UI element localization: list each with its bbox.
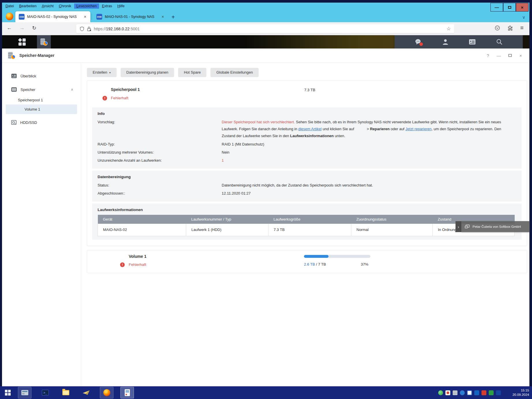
url-text: https://192.168.0.22:5001 bbox=[94, 27, 140, 31]
col-laufwerksgroesse[interactable]: Laufwerksgröße bbox=[268, 215, 351, 224]
taskbar-server-manager[interactable] bbox=[18, 387, 31, 398]
drive-info-title: Laufwerksinformationen bbox=[98, 208, 515, 212]
list-tabs-chevron-icon[interactable]: ∨ bbox=[522, 15, 525, 20]
nav-right-icons: ≡ bbox=[495, 25, 524, 31]
app-close-button[interactable]: × bbox=[519, 53, 522, 58]
taskbar-file-explorer[interactable] bbox=[59, 387, 72, 398]
caret-down-icon: ▾ bbox=[109, 71, 111, 74]
url-bar[interactable]: https://192.168.0.22:5001 ☆ bbox=[76, 24, 454, 33]
tray-icon-1[interactable] bbox=[438, 390, 443, 395]
windows-taskbar: >_ 15:15 20.09.2024 bbox=[0, 386, 532, 399]
clock-time: 15:15 bbox=[512, 388, 529, 393]
screen-share-icon bbox=[465, 225, 470, 229]
restore-icon bbox=[508, 6, 511, 9]
hot-spare-button[interactable]: Hot Spare bbox=[178, 68, 207, 77]
col-zuordnungsstatus[interactable]: Zuordnungsstatus bbox=[351, 215, 433, 224]
collapse-chevron-icon[interactable]: ∧ bbox=[71, 87, 73, 92]
firefox-icon bbox=[6, 13, 13, 20]
shield-icon[interactable] bbox=[80, 27, 84, 31]
taskbar-clock[interactable]: 15:15 20.09.2024 bbox=[512, 388, 529, 397]
drive-row[interactable]: MAIO-NAS-02 Laufwerk 1 (HDD) 7.3 TB Norm… bbox=[98, 224, 515, 236]
taskbar-firefox[interactable] bbox=[100, 387, 113, 398]
app-titlebar[interactable]: Speicher-Manager ? — × bbox=[2, 49, 529, 63]
col-laufwerksnummer[interactable]: Laufwerksnummer / Typ bbox=[186, 215, 268, 224]
app-window-controls: ? — × bbox=[487, 53, 522, 58]
scrub-status-value: Datenbereinigung nicht möglich, da der Z… bbox=[222, 182, 515, 189]
article-link[interactable]: diesem Artikel bbox=[298, 127, 322, 131]
col-geraet[interactable]: Gerät bbox=[98, 215, 186, 224]
extensions-puzzle-icon[interactable] bbox=[507, 25, 513, 31]
tray-icon-7[interactable] bbox=[481, 390, 486, 395]
sidebar-item-ueberblick[interactable]: Überblick bbox=[2, 72, 81, 80]
tab-title: MAIO-NAS-01 - Synology NAS bbox=[105, 15, 158, 19]
hdd-icon bbox=[11, 120, 16, 125]
scrub-finished-label: Abgeschlossen:: bbox=[98, 190, 222, 197]
app-title: Speicher-Manager bbox=[19, 53, 487, 58]
pool-header[interactable]: Speicherpool 1 7.3 TB ! Fehlerhaft bbox=[87, 81, 527, 107]
tab-maio-nas-01[interactable]: DSM MAIO-NAS-01 - Synology NAS × bbox=[93, 11, 168, 22]
back-icon[interactable]: ← bbox=[7, 25, 12, 31]
insufficient-drives-value: 1 bbox=[222, 157, 515, 164]
scrub-finished-value: 12.11.2020 01:27 bbox=[222, 190, 515, 197]
dsm-taskbar-storage-manager[interactable] bbox=[37, 35, 51, 49]
tray-icon-4[interactable] bbox=[460, 390, 465, 395]
tray-icon-9[interactable] bbox=[496, 390, 501, 395]
app-icon bbox=[83, 390, 90, 395]
tray-icon-2[interactable] bbox=[445, 390, 450, 395]
tray-icon-5[interactable] bbox=[467, 390, 472, 395]
app-restore-button[interactable] bbox=[508, 54, 512, 57]
main-menu-grid-icon bbox=[18, 38, 26, 46]
dsm-main-menu-button[interactable] bbox=[15, 35, 29, 49]
repair-now-link[interactable]: Jetzt reparieren bbox=[406, 127, 432, 131]
menu-lesezeichen[interactable]: Lesezeichen bbox=[74, 3, 99, 9]
new-tab-button[interactable]: + bbox=[168, 14, 178, 22]
reload-icon[interactable]: ↻ bbox=[32, 25, 36, 31]
overlay-expand-chevron[interactable]: › bbox=[456, 221, 461, 232]
sidebar-item-hdd-ssd[interactable]: HDD/SSD bbox=[2, 118, 81, 127]
menu-chronik[interactable]: Chronik bbox=[57, 3, 74, 9]
tray-icon-6[interactable] bbox=[474, 390, 479, 395]
dsm-favicon: DSM bbox=[96, 14, 102, 20]
start-button[interactable] bbox=[0, 386, 16, 399]
bookmark-star-icon[interactable]: ☆ bbox=[447, 26, 451, 32]
lock-warning-icon[interactable] bbox=[87, 27, 91, 31]
multi-volume-label: Unterstützung mehrerer Volumes: bbox=[98, 149, 222, 156]
forward-icon[interactable]: → bbox=[19, 25, 25, 31]
menu-extras[interactable]: Extras bbox=[100, 3, 114, 9]
tray-icon-3[interactable] bbox=[453, 390, 458, 395]
tab-close-icon[interactable]: × bbox=[83, 14, 87, 19]
taskbar-remote-tool[interactable] bbox=[120, 387, 134, 398]
menu-ansicht[interactable]: Ansicht bbox=[40, 3, 56, 9]
clock-date: 20.09.2024 bbox=[512, 393, 529, 397]
tab-close-icon[interactable]: × bbox=[161, 14, 165, 19]
pocket-icon[interactable] bbox=[495, 25, 500, 31]
dsm-user-button[interactable] bbox=[442, 39, 449, 45]
taskbar-terminal[interactable]: >_ bbox=[38, 387, 52, 398]
tray-icon-8[interactable] bbox=[489, 390, 494, 395]
app-help-button[interactable]: ? bbox=[487, 53, 489, 58]
volume-panel[interactable]: Volume 1 ! Fehlerhaft 2.6 TB / 7 TB 37% bbox=[87, 250, 527, 273]
firefox-app-button[interactable] bbox=[4, 11, 15, 22]
hamburger-menu-icon[interactable]: ≡ bbox=[520, 25, 524, 31]
dsm-search-button[interactable] bbox=[496, 39, 503, 45]
sidebar-item-speicherpool-1[interactable]: Speicherpool 1 bbox=[2, 96, 81, 104]
tab-maio-nas-02[interactable]: DSM MAIO-NAS-02 - Synology NAS × bbox=[15, 11, 90, 22]
menu-bearbeiten[interactable]: Bearbeiten bbox=[17, 3, 39, 9]
dsm-notifications-button[interactable] bbox=[415, 39, 422, 45]
global-settings-button[interactable]: Globale Einstellungen bbox=[210, 68, 258, 77]
tab-divider bbox=[92, 14, 92, 20]
sidebar-label: Speicher bbox=[20, 87, 35, 92]
sidebar-item-speicher[interactable]: Speicher ∧ bbox=[2, 85, 81, 94]
menu-datei[interactable]: Datei bbox=[3, 3, 16, 9]
schedule-scrubbing-button[interactable]: Datenbereinigung planen bbox=[121, 68, 174, 77]
menu-hilfe[interactable]: Hilfe bbox=[115, 3, 127, 9]
sidebar-label: Speicherpool 1 bbox=[18, 98, 43, 102]
data-scrubbing-section: Datenbereinigung Status: Datenbereinigun… bbox=[92, 171, 522, 202]
taskbar-app-4[interactable] bbox=[79, 387, 93, 398]
notification-badge bbox=[419, 42, 423, 46]
sidebar-item-volume-1[interactable]: Volume 1 bbox=[6, 105, 77, 114]
app-minimize-button[interactable]: — bbox=[496, 53, 501, 58]
create-button[interactable]: Erstellen▾ bbox=[87, 68, 117, 77]
sidebar: Überblick Speicher ∧ Speicherpool 1 bbox=[2, 63, 81, 386]
dsm-widgets-button[interactable] bbox=[469, 39, 476, 45]
